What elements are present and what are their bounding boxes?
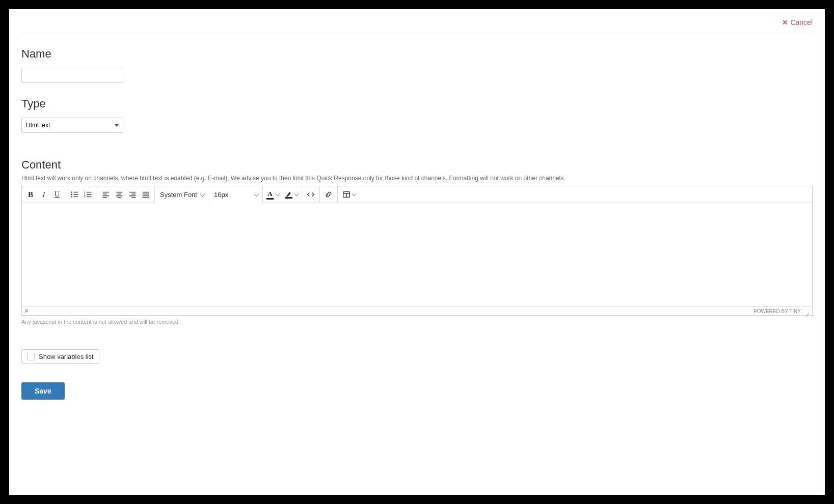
align-center-button[interactable] (113, 188, 126, 201)
show-variables-toggle[interactable]: Show variables list (21, 349, 99, 364)
content-help-text: Html text will work only on channels, wh… (21, 175, 813, 182)
source-code-button[interactable] (304, 188, 317, 201)
bullet-list-icon (70, 190, 79, 199)
type-label: Type (21, 97, 813, 110)
rich-text-editor: B I U 123 (21, 186, 813, 316)
align-justify-icon (141, 190, 150, 199)
name-input[interactable] (21, 68, 123, 83)
align-justify-button[interactable] (139, 188, 152, 201)
editor-element-path[interactable]: P (25, 309, 29, 314)
bold-button[interactable]: B (24, 188, 37, 201)
save-button[interactable]: Save (21, 382, 65, 400)
page-header: ✕ Cancel (21, 9, 813, 33)
insert-link-button[interactable] (322, 188, 335, 201)
cancel-button[interactable]: ✕ Cancel (782, 18, 813, 26)
show-variables-label[interactable]: Show variables list (39, 353, 94, 360)
toolbar-group-align (97, 186, 155, 203)
link-icon (324, 190, 333, 199)
page-root: ✕ Cancel Name Type Html text Content Htm… (9, 9, 825, 495)
bold-icon: B (28, 190, 33, 199)
font-family-select[interactable]: System Font (155, 186, 208, 203)
name-section: Name (21, 47, 813, 83)
align-right-button[interactable] (126, 188, 139, 201)
highlight-color-button[interactable] (284, 191, 300, 199)
toolbar-group-fonts: System Font 16px (155, 186, 263, 203)
type-select-wrap: Html text (21, 118, 123, 133)
font-size-select-wrap: 16px (208, 186, 262, 203)
svg-text:3: 3 (84, 195, 86, 198)
code-icon (306, 190, 315, 199)
text-color-button[interactable]: A (265, 190, 281, 200)
numbered-list-button[interactable]: 123 (82, 188, 95, 201)
content-footnote: Any javascript in the content is not all… (21, 319, 813, 325)
content-label: Content (21, 158, 813, 172)
toolbar-group-lists: 123 (66, 186, 97, 203)
underline-icon: U (55, 190, 60, 199)
align-left-icon (101, 190, 111, 199)
powered-by-label[interactable]: POWERED BY TINY (754, 309, 801, 314)
align-left-button[interactable] (99, 188, 113, 201)
svg-point-0 (71, 191, 72, 192)
close-icon: ✕ (782, 18, 788, 26)
svg-point-4 (71, 196, 72, 197)
italic-icon: I (43, 190, 45, 199)
italic-button[interactable]: I (37, 188, 50, 201)
table-icon (342, 190, 351, 199)
svg-point-2 (71, 194, 72, 195)
toolbar-group-colors: A (263, 186, 302, 203)
align-right-icon (128, 190, 137, 199)
editor-toolbar: B I U 123 (22, 186, 812, 203)
show-variables-checkbox[interactable] (27, 353, 35, 360)
bullet-list-button[interactable] (68, 188, 82, 201)
font-family-select-wrap: System Font (155, 186, 208, 203)
content-section: Content Html text will work only on chan… (21, 158, 813, 325)
numbered-list-icon: 123 (84, 190, 93, 199)
toolbar-group-link (320, 186, 338, 203)
toolbar-group-code (302, 186, 320, 203)
highlight-icon (285, 191, 292, 199)
type-select[interactable]: Html text (21, 118, 123, 133)
text-color-icon: A (266, 190, 274, 200)
type-section: Type Html text (21, 97, 813, 133)
resize-handle[interactable] (804, 309, 809, 314)
name-label: Name (21, 47, 813, 61)
chevron-down-icon (276, 191, 280, 195)
chevron-down-icon (294, 191, 299, 195)
chevron-down-icon (352, 191, 356, 195)
toolbar-group-text-style: B I U (22, 186, 66, 203)
toolbar-group-table (338, 186, 360, 203)
editor-content-area[interactable] (22, 203, 812, 306)
insert-table-button[interactable] (340, 188, 358, 201)
editor-status-bar: P POWERED BY TINY (22, 306, 812, 315)
font-size-select[interactable]: 16px (209, 186, 262, 203)
underline-button[interactable]: U (50, 188, 64, 201)
cancel-label: Cancel (790, 18, 813, 26)
align-center-icon (115, 190, 124, 199)
